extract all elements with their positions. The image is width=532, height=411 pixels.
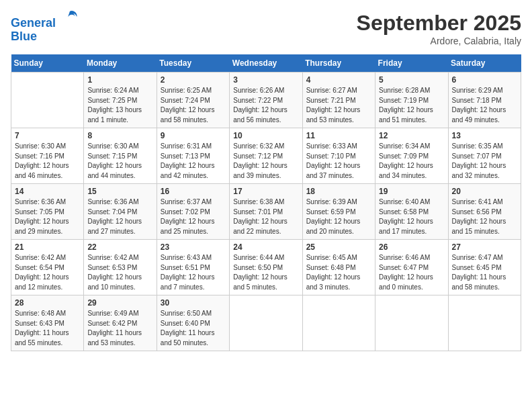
day-info: Sunrise: 6:45 AM Sunset: 6:48 PM Dayligh… xyxy=(306,253,371,292)
day-number: 19 xyxy=(379,187,444,196)
calendar-cell: 13Sunrise: 6:35 AM Sunset: 7:07 PM Dayli… xyxy=(448,128,521,184)
day-number: 11 xyxy=(306,131,371,140)
calendar-cell: 2Sunrise: 6:25 AM Sunset: 7:24 PM Daylig… xyxy=(157,73,229,128)
calendar-cell: 11Sunrise: 6:33 AM Sunset: 7:10 PM Dayli… xyxy=(302,128,375,184)
day-number: 2 xyxy=(161,75,226,85)
logo-line1: General xyxy=(11,16,56,30)
day-info: Sunrise: 6:50 AM Sunset: 6:40 PM Dayligh… xyxy=(161,309,226,348)
location-subtitle: Ardore, Calabria, Italy xyxy=(357,36,521,46)
calendar-cell: 23Sunrise: 6:43 AM Sunset: 6:51 PM Dayli… xyxy=(157,240,229,295)
day-number: 7 xyxy=(15,131,80,140)
calendar-cell: 20Sunrise: 6:41 AM Sunset: 6:56 PM Dayli… xyxy=(448,184,521,240)
logo-text: General xyxy=(11,11,79,30)
day-info: Sunrise: 6:37 AM Sunset: 7:02 PM Dayligh… xyxy=(161,197,226,236)
calendar-cell xyxy=(448,295,521,351)
day-number: 20 xyxy=(452,187,517,196)
weekday-header-wednesday: Wednesday xyxy=(230,54,302,73)
calendar-cell: 17Sunrise: 6:38 AM Sunset: 7:01 PM Dayli… xyxy=(230,184,302,240)
day-number: 12 xyxy=(379,131,444,140)
day-info: Sunrise: 6:30 AM Sunset: 7:15 PM Dayligh… xyxy=(87,142,152,181)
day-info: Sunrise: 6:46 AM Sunset: 6:47 PM Dayligh… xyxy=(379,253,444,292)
calendar-week-4: 21Sunrise: 6:42 AM Sunset: 6:54 PM Dayli… xyxy=(11,240,521,295)
day-info: Sunrise: 6:29 AM Sunset: 7:18 PM Dayligh… xyxy=(452,86,517,125)
day-number: 17 xyxy=(233,187,298,196)
day-info: Sunrise: 6:27 AM Sunset: 7:21 PM Dayligh… xyxy=(306,86,371,125)
calendar-week-1: 1Sunrise: 6:24 AM Sunset: 7:25 PM Daylig… xyxy=(11,73,521,128)
logo-line2: Blue xyxy=(11,30,79,44)
day-info: Sunrise: 6:43 AM Sunset: 6:51 PM Dayligh… xyxy=(161,253,226,292)
calendar-week-5: 28Sunrise: 6:48 AM Sunset: 6:43 PM Dayli… xyxy=(11,295,521,351)
calendar-cell: 7Sunrise: 6:30 AM Sunset: 7:16 PM Daylig… xyxy=(11,128,84,184)
calendar-cell: 29Sunrise: 6:49 AM Sunset: 6:42 PM Dayli… xyxy=(84,295,157,351)
calendar-cell: 30Sunrise: 6:50 AM Sunset: 6:40 PM Dayli… xyxy=(157,295,229,351)
day-info: Sunrise: 6:36 AM Sunset: 7:04 PM Dayligh… xyxy=(87,197,152,236)
calendar-cell: 27Sunrise: 6:47 AM Sunset: 6:45 PM Dayli… xyxy=(448,240,521,295)
calendar-cell: 21Sunrise: 6:42 AM Sunset: 6:54 PM Dayli… xyxy=(11,240,84,295)
day-info: Sunrise: 6:26 AM Sunset: 7:22 PM Dayligh… xyxy=(233,86,298,125)
day-number: 23 xyxy=(161,242,226,252)
day-info: Sunrise: 6:44 AM Sunset: 6:50 PM Dayligh… xyxy=(233,253,298,292)
weekday-header-thursday: Thursday xyxy=(302,54,375,73)
calendar-week-3: 14Sunrise: 6:36 AM Sunset: 7:05 PM Dayli… xyxy=(11,184,521,240)
day-number: 13 xyxy=(452,131,517,140)
calendar-cell: 28Sunrise: 6:48 AM Sunset: 6:43 PM Dayli… xyxy=(11,295,84,351)
calendar-cell xyxy=(11,73,84,128)
calendar-cell: 22Sunrise: 6:42 AM Sunset: 6:53 PM Dayli… xyxy=(84,240,157,295)
day-info: Sunrise: 6:42 AM Sunset: 6:54 PM Dayligh… xyxy=(15,253,80,292)
day-number: 10 xyxy=(233,131,298,140)
day-info: Sunrise: 6:39 AM Sunset: 6:59 PM Dayligh… xyxy=(306,197,371,236)
day-number: 16 xyxy=(161,187,226,196)
calendar-cell: 14Sunrise: 6:36 AM Sunset: 7:05 PM Dayli… xyxy=(11,184,84,240)
calendar-cell: 6Sunrise: 6:29 AM Sunset: 7:18 PM Daylig… xyxy=(448,73,521,128)
calendar-header: SundayMondayTuesdayWednesdayThursdayFrid… xyxy=(11,54,521,73)
day-number: 25 xyxy=(306,242,371,252)
day-info: Sunrise: 6:40 AM Sunset: 6:58 PM Dayligh… xyxy=(379,197,444,236)
calendar-cell: 10Sunrise: 6:32 AM Sunset: 7:12 PM Dayli… xyxy=(230,128,302,184)
weekday-header-tuesday: Tuesday xyxy=(157,54,229,73)
day-number: 22 xyxy=(87,242,152,252)
day-info: Sunrise: 6:24 AM Sunset: 7:25 PM Dayligh… xyxy=(87,86,152,125)
calendar-cell: 8Sunrise: 6:30 AM Sunset: 7:15 PM Daylig… xyxy=(84,128,157,184)
day-number: 28 xyxy=(15,298,80,308)
day-info: Sunrise: 6:41 AM Sunset: 6:56 PM Dayligh… xyxy=(452,197,517,236)
day-info: Sunrise: 6:32 AM Sunset: 7:12 PM Dayligh… xyxy=(233,142,298,181)
day-info: Sunrise: 6:42 AM Sunset: 6:53 PM Dayligh… xyxy=(87,253,152,292)
day-info: Sunrise: 6:31 AM Sunset: 7:13 PM Dayligh… xyxy=(161,142,226,181)
logo-bird-icon xyxy=(60,8,79,27)
calendar-cell: 15Sunrise: 6:36 AM Sunset: 7:04 PM Dayli… xyxy=(84,184,157,240)
day-number: 21 xyxy=(15,242,80,252)
calendar-cell: 16Sunrise: 6:37 AM Sunset: 7:02 PM Dayli… xyxy=(157,184,229,240)
calendar-cell: 3Sunrise: 6:26 AM Sunset: 7:22 PM Daylig… xyxy=(230,73,302,128)
calendar-cell: 12Sunrise: 6:34 AM Sunset: 7:09 PM Dayli… xyxy=(375,128,448,184)
day-info: Sunrise: 6:38 AM Sunset: 7:01 PM Dayligh… xyxy=(233,197,298,236)
calendar-cell: 19Sunrise: 6:40 AM Sunset: 6:58 PM Dayli… xyxy=(375,184,448,240)
calendar-cell: 18Sunrise: 6:39 AM Sunset: 6:59 PM Dayli… xyxy=(302,184,375,240)
day-info: Sunrise: 6:25 AM Sunset: 7:24 PM Dayligh… xyxy=(161,86,226,125)
calendar-body: 1Sunrise: 6:24 AM Sunset: 7:25 PM Daylig… xyxy=(11,73,521,351)
month-title: September 2025 xyxy=(357,11,521,36)
day-number: 3 xyxy=(233,75,298,85)
day-number: 9 xyxy=(161,131,226,140)
day-info: Sunrise: 6:34 AM Sunset: 7:09 PM Dayligh… xyxy=(379,142,444,181)
day-number: 8 xyxy=(87,131,152,140)
day-number: 14 xyxy=(15,187,80,196)
calendar-cell xyxy=(302,295,375,351)
day-number: 18 xyxy=(306,187,371,196)
weekday-header-monday: Monday xyxy=(84,54,157,73)
day-info: Sunrise: 6:30 AM Sunset: 7:16 PM Dayligh… xyxy=(15,142,80,181)
page-header: General Blue September 2025 Ardore, Cala… xyxy=(11,11,521,46)
day-number: 4 xyxy=(306,75,371,85)
day-number: 27 xyxy=(452,242,517,252)
calendar-table: SundayMondayTuesdayWednesdayThursdayFrid… xyxy=(11,54,521,351)
weekday-header-row: SundayMondayTuesdayWednesdayThursdayFrid… xyxy=(11,54,521,73)
day-number: 15 xyxy=(87,187,152,196)
calendar-week-2: 7Sunrise: 6:30 AM Sunset: 7:16 PM Daylig… xyxy=(11,128,521,184)
day-info: Sunrise: 6:35 AM Sunset: 7:07 PM Dayligh… xyxy=(452,142,517,181)
day-info: Sunrise: 6:33 AM Sunset: 7:10 PM Dayligh… xyxy=(306,142,371,181)
calendar-cell: 25Sunrise: 6:45 AM Sunset: 6:48 PM Dayli… xyxy=(302,240,375,295)
calendar-cell xyxy=(375,295,448,351)
calendar-cell: 4Sunrise: 6:27 AM Sunset: 7:21 PM Daylig… xyxy=(302,73,375,128)
day-number: 6 xyxy=(452,75,517,85)
title-block: September 2025 Ardore, Calabria, Italy xyxy=(357,11,521,46)
calendar-cell: 26Sunrise: 6:46 AM Sunset: 6:47 PM Dayli… xyxy=(375,240,448,295)
